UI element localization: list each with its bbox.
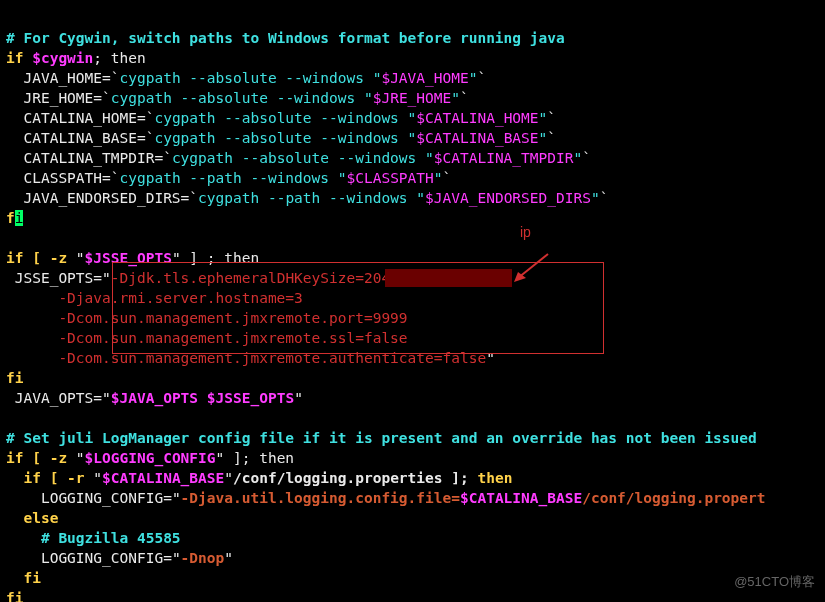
var: $JAVA_HOME [381,70,468,86]
eq: = [93,390,102,406]
sp [198,390,207,406]
opt: -Djava.rmi.server.hostname=3 [6,290,303,306]
lhs: CATALINA_TMPDIR [6,150,154,166]
kw-if: if [ -z [6,250,76,266]
eq: = [137,110,146,126]
eq: = [137,130,146,146]
val: /conf/logging.propert [582,490,765,506]
q: " [434,170,443,186]
q: " [76,450,85,466]
lhs: JSSE_OPTS [6,270,93,286]
val: -Dnop [181,550,225,566]
comment: # Bugzilla 45585 [6,530,181,546]
var: $JSSE_OPTS [207,390,294,406]
comment: # For Cygwin, switch paths to Windows fo… [6,30,565,46]
q: " [573,150,582,166]
kw-if: if [6,50,32,66]
q: " [539,130,548,146]
lhs: CATALINA_BASE [6,130,137,146]
lhs: JAVA_ENDORSED_DIRS [6,190,181,206]
opt: -Dcom.sun.management.jmxremote.ssl=false [6,330,408,346]
code-block: # For Cygwin, switch paths to Windows fo… [6,28,819,602]
q: " [76,250,85,266]
opt: -Dcom.sun.management.jmxremote.port=9999 [6,310,408,326]
var: $JRE_HOME [373,90,452,106]
kw-fi: fi [6,570,41,586]
val: -Djava.util.logging.config.file= [181,490,460,506]
bq: ` [163,150,172,166]
q: " [172,490,181,506]
cmd: cygpath --absolute --windows [154,110,407,126]
lhs: CLASSPATH [6,170,102,186]
bq: ` [547,110,556,126]
q: " [224,550,233,566]
bq: ` [600,190,609,206]
q: " [539,110,548,126]
bq: ` [102,90,111,106]
eq: = [93,90,102,106]
bq: ` [111,70,120,86]
eq: = [163,550,172,566]
cmd: cygpath --path --windows [198,190,416,206]
var: $CATALINA_BASE [102,470,224,486]
kw-fi: fi [6,590,23,602]
kw-else: else [6,510,58,526]
q: " [294,390,303,406]
var: $CLASSPATH [346,170,433,186]
var: $CATALINA_BASE [416,130,538,146]
bq: ` [547,130,556,146]
lhs: JRE_HOME [6,90,93,106]
eq: = [102,170,111,186]
eq: = [163,490,172,506]
cmd: cygpath --absolute --windows [111,90,364,106]
eq: = [102,70,111,86]
var: $CATALINA_BASE [460,490,582,506]
cmd: cygpath --absolute --windows [120,70,373,86]
lhs: LOGGING_CONFIG [6,490,163,506]
opt: -Djdk.tls.ephemeralDHKeySize=2048 [111,270,399,286]
eq: = [154,150,163,166]
kw-fi-f: f [6,210,15,226]
bq: ` [111,170,120,186]
terminal-viewport[interactable]: # For Cygwin, switch paths to Windows fo… [0,0,825,602]
q: " [172,550,181,566]
var: $JAVA_ENDORSED_DIRS [425,190,591,206]
kw-then: then [477,470,512,486]
var: $LOGGING_CONFIG [85,450,216,466]
var: $cygwin [32,50,93,66]
q: " [451,90,460,106]
watermark-text: @51CTO博客 [734,572,815,592]
annotation-label: ip [520,222,531,242]
opt: -Dcom.sun.management.jmxremote.authentic… [6,350,486,366]
cmd: cygpath --path --windows [120,170,338,186]
txt: ; then [93,50,145,66]
q: " [102,390,111,406]
bq: ` [443,170,452,186]
q: " [216,450,225,466]
q: " [425,150,434,166]
txt: /conf/logging.properties ]; [233,470,477,486]
lhs: CATALINA_HOME [6,110,137,126]
txt: ]; then [224,450,294,466]
q: " [486,350,495,366]
q: " [591,190,600,206]
lhs: JAVA_OPTS [6,390,93,406]
kw-if: if [ -z [6,450,76,466]
q: " [172,250,181,266]
var: $JSSE_OPTS [85,250,172,266]
cursor: i [15,210,24,226]
bq: ` [477,70,486,86]
comment: # Set juli LogManager config file if it … [6,430,757,446]
lhs: JAVA_HOME [6,70,102,86]
eq: = [93,270,102,286]
var: $JAVA_OPTS [111,390,198,406]
bq: ` [189,190,198,206]
lhs: LOGGING_CONFIG [6,550,163,566]
var: $CATALINA_HOME [416,110,538,126]
cmd: cygpath --absolute --windows [172,150,425,166]
bq: ` [582,150,591,166]
q: " [364,90,373,106]
txt: ] ; then [181,250,260,266]
var: $CATALINA_TMPDIR [434,150,574,166]
q: " [102,270,111,286]
